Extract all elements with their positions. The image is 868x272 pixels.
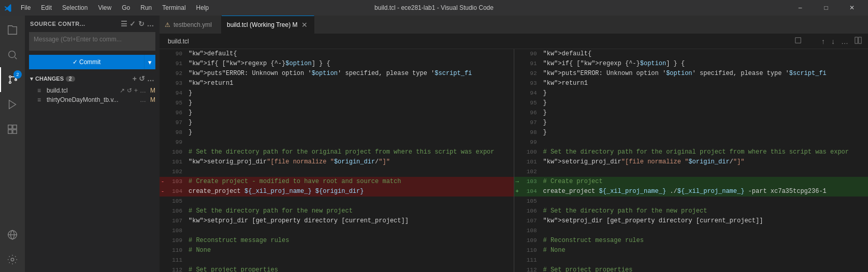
collapse-button[interactable] bbox=[806, 36, 817, 47]
code-line: 100# Set the directory path for the orig… bbox=[160, 147, 514, 157]
tab-build-tcl[interactable]: build.tcl (Working Tree) M ✕ bbox=[222, 16, 314, 34]
code-line: 109# Reconstruct message rules bbox=[160, 236, 514, 246]
svg-point-10 bbox=[11, 258, 14, 261]
code-line: 107"kw">set proj_dir [get_property direc… bbox=[514, 216, 869, 226]
editor-split: 90 "kw">default {91 "kw">if { ["kw">rege… bbox=[160, 49, 868, 272]
code-line: +104create_project ${_xil_proj_name_} ./… bbox=[514, 187, 869, 197]
chevron-icon: ▾ bbox=[30, 75, 33, 82]
activity-run[interactable] bbox=[0, 92, 25, 117]
svg-point-2 bbox=[9, 82, 11, 84]
close-button[interactable]: ✕ bbox=[840, 0, 864, 16]
code-line: 91 "kw">if { ["kw">regexp {^-} $option] … bbox=[514, 59, 869, 69]
next-diff-button[interactable]: ↓ bbox=[829, 36, 837, 47]
changes-actions: + ↺ … bbox=[133, 74, 154, 83]
code-line: 106# Set the directory path for the new … bbox=[514, 206, 869, 216]
code-line: 99 bbox=[514, 138, 869, 147]
open-changes-button[interactable] bbox=[792, 36, 804, 47]
svg-rect-7 bbox=[8, 130, 12, 133]
menu-go[interactable]: Go bbox=[118, 3, 134, 12]
code-line: 94 } bbox=[160, 88, 514, 98]
prev-diff-button[interactable]: ↑ bbox=[819, 36, 827, 47]
code-line: 110# None bbox=[160, 246, 514, 255]
code-line: 111 bbox=[514, 255, 869, 265]
titlebar-window-controls: – □ ✕ bbox=[788, 0, 864, 16]
sidebar-header: SOURCE CONTR... ☰ ✓ ↻ … bbox=[25, 16, 160, 30]
activity-remote[interactable] bbox=[0, 222, 25, 247]
maximize-button[interactable]: □ bbox=[814, 0, 838, 16]
sidebar-list-icon[interactable]: ☰ bbox=[121, 20, 128, 28]
activity-extensions[interactable] bbox=[0, 117, 25, 142]
code-line: 108 bbox=[514, 226, 869, 236]
code-line: 111 bbox=[160, 255, 514, 265]
warning-icon: ⚠ bbox=[165, 21, 170, 28]
more-editor-button[interactable]: … bbox=[839, 36, 850, 47]
editor-area: ⚠ testbench.yml build.tcl (Working Tree)… bbox=[160, 16, 868, 272]
right-code-content[interactable]: 90 "kw">default {91 "kw">if { ["kw">rege… bbox=[514, 49, 869, 272]
code-line: 97} bbox=[514, 118, 869, 128]
open-file-icon[interactable]: ↗ bbox=[120, 87, 125, 94]
menu-edit[interactable]: Edit bbox=[37, 3, 56, 12]
stage-all-icon[interactable]: + bbox=[133, 74, 137, 83]
menu-file[interactable]: File bbox=[17, 3, 35, 12]
activity-explorer[interactable] bbox=[0, 18, 25, 42]
left-editor-pane: 90 "kw">default {91 "kw">if { ["kw">rege… bbox=[160, 49, 514, 272]
commit-dropdown-button[interactable]: ▾ bbox=[144, 55, 155, 69]
svg-marker-4 bbox=[9, 100, 16, 109]
activity-source-control[interactable]: 2 bbox=[0, 67, 25, 92]
more-changes-icon[interactable]: … bbox=[147, 74, 154, 83]
more-file-icon[interactable]: … bbox=[140, 87, 146, 94]
file-item-thirty[interactable]: ≡ thirtyOneDayMonth_tb.v... … M bbox=[25, 95, 160, 104]
discard-all-icon[interactable]: ↺ bbox=[139, 74, 145, 83]
file-status-thirty: M bbox=[150, 96, 155, 103]
code-line: 100# Set the directory path for the orig… bbox=[514, 147, 869, 157]
menu-view[interactable]: View bbox=[94, 3, 115, 12]
sidebar-header-actions: ☰ ✓ ↻ … bbox=[121, 20, 154, 28]
file-icon-build: ≡ bbox=[37, 87, 45, 94]
code-line: 107"kw">set proj_dir [get_property direc… bbox=[160, 216, 514, 226]
more-thirty-icon[interactable]: … bbox=[140, 96, 146, 103]
file-actions-thirty: … bbox=[140, 96, 146, 103]
activity-search[interactable] bbox=[0, 42, 25, 67]
menu-terminal[interactable]: Terminal bbox=[158, 3, 190, 12]
code-line: 92 "kw">puts "ERROR: Unknown option '$op… bbox=[514, 69, 869, 79]
discard-changes-icon[interactable]: ↺ bbox=[127, 87, 132, 94]
changes-label: Changes bbox=[35, 75, 64, 82]
file-item-build-tcl[interactable]: ≡ build.tcl ↗ ↺ + … M bbox=[25, 86, 160, 95]
split-editor-button[interactable] bbox=[852, 36, 864, 47]
code-line: 102 bbox=[160, 167, 514, 177]
tab-testbench-label: testbench.yml bbox=[173, 21, 212, 28]
titlebar-left: File Edit Selection View Go Run Terminal… bbox=[4, 3, 213, 12]
code-line: 98} bbox=[160, 128, 514, 138]
changes-section-left: ▾ Changes 2 bbox=[30, 75, 75, 82]
file-name-build: build.tcl bbox=[47, 87, 118, 94]
changes-section-header[interactable]: ▾ Changes 2 + ↺ … bbox=[25, 71, 160, 86]
left-code-content[interactable]: 90 "kw">default {91 "kw">if { ["kw">rege… bbox=[160, 49, 514, 272]
sidebar-check-icon[interactable]: ✓ bbox=[129, 20, 136, 28]
menu-selection[interactable]: Selection bbox=[58, 3, 92, 12]
minimize-button[interactable]: – bbox=[788, 0, 812, 16]
code-line: 98} bbox=[514, 128, 869, 138]
code-line: 106# Set the directory path for the new … bbox=[160, 206, 514, 216]
commit-message-input[interactable] bbox=[29, 32, 155, 51]
sidebar-more-icon[interactable]: … bbox=[147, 20, 154, 28]
tabs-bar: ⚠ testbench.yml build.tcl (Working Tree)… bbox=[160, 16, 868, 34]
code-line: 101"kw">set orig_proj_dir "[file normali… bbox=[160, 157, 514, 167]
tab-close-icon[interactable]: ✕ bbox=[300, 21, 309, 29]
code-line: 93 "kw">return 1 bbox=[514, 79, 869, 88]
svg-rect-11 bbox=[855, 37, 858, 43]
file-icon-thirty: ≡ bbox=[37, 96, 45, 103]
code-line: 93 "kw">return 1 bbox=[160, 79, 514, 88]
menu-run[interactable]: Run bbox=[136, 3, 156, 12]
sidebar-refresh-icon[interactable]: ↻ bbox=[138, 20, 145, 28]
file-status-build: M bbox=[150, 87, 155, 94]
tab-testbench[interactable]: ⚠ testbench.yml bbox=[160, 16, 222, 34]
stage-file-icon[interactable]: + bbox=[134, 87, 138, 94]
commit-button[interactable]: ✓ Commit bbox=[29, 55, 144, 69]
code-line: 101"kw">set orig_proj_dir "[file normali… bbox=[514, 157, 869, 167]
code-line: 112# Set project properties bbox=[160, 265, 514, 272]
code-line: 105 bbox=[160, 197, 514, 206]
app-icon bbox=[4, 4, 12, 12]
activity-settings[interactable] bbox=[0, 247, 25, 272]
menu-help[interactable]: Help bbox=[192, 3, 213, 12]
file-actions-build: ↗ ↺ + … bbox=[120, 87, 146, 94]
